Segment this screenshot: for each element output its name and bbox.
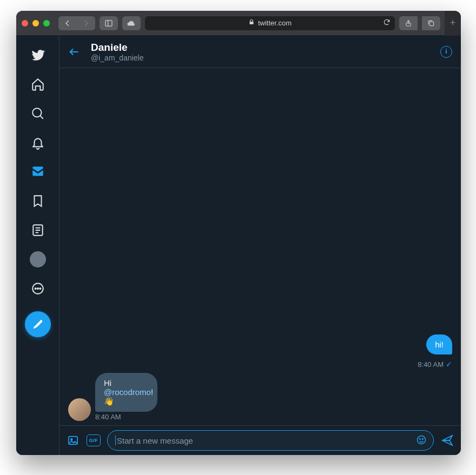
svg-point-19 xyxy=(422,438,424,439)
share-button[interactable] xyxy=(399,16,418,30)
svg-line-5 xyxy=(40,116,43,118)
explore-nav[interactable] xyxy=(25,101,51,126)
avatar-icon xyxy=(30,251,46,267)
messages-nav[interactable] xyxy=(25,159,51,185)
app-content: Daniele @i_am_daniele i hi! 8:40 AM ✓ xyxy=(16,36,461,455)
cloud-tabs-button[interactable] xyxy=(122,16,141,30)
close-window-button[interactable] xyxy=(22,20,28,26)
message-time: 8:40 AM xyxy=(95,413,121,421)
svg-rect-0 xyxy=(105,20,112,26)
text-caret xyxy=(115,436,116,445)
message-outgoing: hi! 8:40 AM ✓ xyxy=(68,334,452,369)
svg-point-13 xyxy=(39,288,41,289)
svg-rect-15 xyxy=(69,437,78,445)
message-text-prefix: Hi xyxy=(104,378,111,387)
sidebar-nav xyxy=(16,36,60,455)
twitter-logo[interactable] xyxy=(25,42,51,68)
lock-icon xyxy=(248,19,255,27)
message-composer: GIF Start a new message xyxy=(60,425,461,455)
more-nav[interactable] xyxy=(25,276,51,302)
address-bar[interactable]: twitter.com xyxy=(145,16,395,30)
lists-nav[interactable] xyxy=(25,217,51,243)
message-meta: 8:40 AM xyxy=(95,413,121,421)
browser-window: twitter.com + xyxy=(16,11,461,455)
message-time: 8:40 AM xyxy=(418,360,444,369)
window-controls xyxy=(22,20,50,26)
browser-right-controls xyxy=(399,16,440,30)
emoji-picker-button[interactable] xyxy=(416,434,427,447)
back-arrow-icon[interactable] xyxy=(68,46,80,58)
mention-link[interactable]: @rocodromo xyxy=(104,387,151,397)
url-text: twitter.com xyxy=(258,19,292,27)
compose-tweet-button[interactable] xyxy=(25,311,51,337)
dm-title-block[interactable]: Daniele @i_am_daniele xyxy=(91,42,429,62)
zoom-window-button[interactable] xyxy=(43,20,50,26)
browser-titlebar: twitter.com + xyxy=(16,11,461,36)
show-sidebar-button[interactable] xyxy=(100,16,118,30)
gif-label: GIF xyxy=(89,438,98,443)
profile-nav[interactable] xyxy=(25,246,51,272)
svg-point-17 xyxy=(418,436,426,444)
bookmarks-nav[interactable] xyxy=(25,188,51,214)
dm-title: Daniele xyxy=(91,42,429,53)
minimize-window-button[interactable] xyxy=(32,20,39,26)
reload-icon[interactable] xyxy=(383,18,391,28)
home-nav[interactable] xyxy=(25,71,51,97)
nav-back-forward xyxy=(58,16,95,30)
svg-point-12 xyxy=(37,288,38,289)
svg-point-11 xyxy=(35,288,36,289)
svg-point-16 xyxy=(71,439,72,440)
delivered-check-icon: ✓ xyxy=(446,360,452,369)
tabs-overview-button[interactable] xyxy=(422,16,440,30)
message-input[interactable]: Start a new message xyxy=(107,430,434,451)
notifications-nav[interactable] xyxy=(25,130,51,156)
message-input-placeholder: Start a new message xyxy=(117,436,193,445)
conversation-scroll[interactable]: hi! 8:40 AM ✓ Hi @rocodromo! 👋 8:40 A xyxy=(60,68,461,425)
browser-back-button[interactable] xyxy=(58,16,77,30)
add-gif-button[interactable]: GIF xyxy=(87,434,101,446)
dm-panel: Daniele @i_am_daniele i hi! 8:40 AM ✓ xyxy=(60,36,461,455)
message-meta: 8:40 AM ✓ xyxy=(418,360,452,369)
message-incoming: Hi @rocodromo! 👋 8:40 AM xyxy=(68,373,452,421)
conversation-info-button[interactable]: i xyxy=(440,46,452,58)
message-bubble[interactable]: hi! xyxy=(426,334,452,354)
svg-rect-3 xyxy=(429,22,434,26)
new-tab-button[interactable]: + xyxy=(445,11,461,36)
svg-point-18 xyxy=(420,438,421,439)
dm-header: Daniele @i_am_daniele i xyxy=(60,36,461,68)
browser-forward-button[interactable] xyxy=(77,16,95,30)
send-message-button[interactable] xyxy=(440,433,454,447)
message-bubble[interactable]: Hi @rocodromo! 👋 xyxy=(95,373,157,412)
svg-point-4 xyxy=(32,108,41,117)
dm-handle: @i_am_daniele xyxy=(91,53,429,62)
add-image-button[interactable] xyxy=(66,433,80,447)
sender-avatar[interactable] xyxy=(68,398,91,421)
